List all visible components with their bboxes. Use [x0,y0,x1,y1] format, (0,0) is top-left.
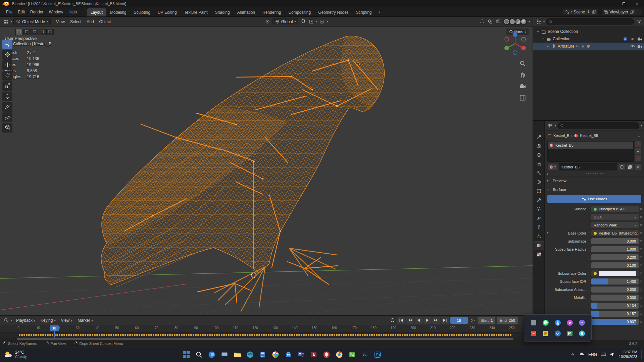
decorator-icon[interactable] [640,224,642,226]
prop-slider[interactable]: 0.157 [591,311,639,317]
tab-add-workspace[interactable]: + [376,8,383,16]
properties-tab-material[interactable] [534,242,544,250]
prop-slider[interactable]: 0.937 [591,319,639,325]
preview-section-header[interactable]: ▸ Preview [545,176,644,185]
material-slot[interactable]: Kestrel_B5 [548,142,633,149]
outliner-row-armature[interactable]: ▸Armature [533,43,644,50]
camera-icon[interactable] [637,44,642,48]
chrome-2-icon[interactable] [335,351,343,359]
scale-tool-button[interactable] [2,81,12,91]
surface-shader-dropdown[interactable]: Principled BSDF [591,206,639,212]
green-app-tray-icon[interactable] [566,330,574,337]
shading-wireframe-button[interactable] [504,19,509,24]
duplicate-viewlayer-icon[interactable] [630,10,634,14]
outliner-editor-icon[interactable] [535,18,542,25]
properties-tab-scene[interactable] [534,169,544,177]
remove-slot-button[interactable]: − [635,148,641,154]
calculator-icon[interactable] [259,351,267,359]
camera-view-icon[interactable] [519,83,526,91]
color-field[interactable] [591,270,639,276]
edge-round-icon[interactable] [208,351,216,359]
prop-slider[interactable]: 1.000 [591,246,639,252]
outliner-filter-icon[interactable] [635,18,642,25]
decorator-icon[interactable] [640,305,642,307]
jump-to-end-button[interactable] [441,317,449,324]
viewport-menu-view[interactable]: View [53,18,67,25]
discord-tray-icon[interactable] [578,319,586,326]
decorator-icon[interactable] [640,321,642,323]
keyframe-strip[interactable] [0,332,533,338]
terminal-icon[interactable] [361,351,369,359]
transform-tool-button[interactable] [2,92,12,101]
access-icon[interactable] [310,351,318,359]
store-icon[interactable] [284,351,292,359]
start-icon[interactable] [182,351,190,359]
new-material-button[interactable] [626,163,633,170]
tab-uv-editing[interactable]: UV Editing [154,8,181,16]
play-reverse-button[interactable] [415,317,423,324]
language-indicator[interactable]: ENG [588,352,597,357]
select-invert-button[interactable] [39,29,46,35]
speaker-icon[interactable] [610,352,615,358]
menu-file[interactable]: File [3,8,15,16]
outliner-row-scene-collection[interactable]: ▾Scene Collection [533,28,644,35]
chevron-right-icon[interactable]: ▸ [547,231,549,235]
drag-grip-icon[interactable] [585,173,604,174]
mode-dropdown[interactable]: Object Mode ▾ [13,18,51,25]
animate-dot-icon[interactable] [588,256,590,259]
timeline-editor-icon[interactable] [3,317,9,324]
camera-icon[interactable] [637,37,642,41]
tab-sculpting[interactable]: Sculpting [130,8,154,16]
start-frame-field[interactable]: Start 1 [478,317,496,324]
maximize-button[interactable] [617,0,631,7]
timeline-ruler[interactable]: 0102030405060708090100110120130140150160… [0,325,533,332]
current-frame-field[interactable]: 18 [450,317,468,324]
prop-slider[interactable]: 0.000 [591,238,639,244]
monitor-icon[interactable] [220,351,229,359]
keyboard-icon[interactable] [601,352,606,358]
snap-target-icon[interactable] [308,18,314,25]
shading-solid-button[interactable] [510,19,515,24]
properties-tab-world[interactable] [534,178,544,187]
browse-material-button[interactable]: ▾ [547,163,558,170]
shading-rendered-button[interactable] [521,19,526,24]
properties-tab-constraints[interactable] [534,223,544,232]
clock-widget[interactable]: 6:37 PM 10/29/2023 [619,350,637,359]
tab-shading[interactable]: Shading [211,8,234,16]
previous-keyframe-button[interactable] [406,317,414,324]
fake-user-button[interactable] [618,163,625,170]
pose-icon[interactable] [581,44,585,48]
surface-section-header[interactable]: ▾ Surface [545,185,644,194]
animate-dot-icon[interactable] [588,232,590,235]
decorator-icon[interactable] [640,232,642,234]
decorator-icon[interactable] [640,272,642,274]
onedrive-cloud-icon[interactable] [579,352,585,358]
select-intersect-button[interactable] [46,29,54,35]
animate-dot-icon[interactable] [588,248,590,251]
teams-icon[interactable] [297,351,305,359]
cursor-tool-button[interactable] [2,50,12,60]
move-tool-button[interactable] [2,60,12,70]
tab-texture-paint[interactable]: Texture Paint [181,8,211,16]
end-frame-field[interactable]: End 250 [497,317,518,324]
properties-tab-texture[interactable] [534,251,544,259]
add-cube-tool-button[interactable] [2,123,12,133]
timeline-menu-view[interactable]: View [58,317,75,324]
animate-dot-icon[interactable] [588,280,590,283]
transform-pivot-icon[interactable] [264,18,271,25]
properties-tab-particles[interactable] [534,205,544,214]
menu-window[interactable]: Window [46,8,66,16]
prop-slider[interactable]: 0.134 [591,303,639,309]
properties-tab-modifiers[interactable] [534,196,544,205]
proportional-editing-icon[interactable] [318,18,325,25]
disclosure-icon[interactable]: ▾ [536,30,540,33]
animate-dot-icon[interactable] [588,289,590,291]
viewport-menu-add[interactable]: Add [84,18,96,25]
decorator-icon[interactable] [640,256,642,258]
teal-app-tray-icon[interactable] [578,330,586,337]
viewlayer-selector[interactable]: ViewLayer [601,9,642,15]
navigation-gizmo[interactable] [502,31,528,57]
expander-icon[interactable]: ▸ [547,172,551,175]
child-icon[interactable] [576,44,580,48]
weather-widget[interactable]: 24°C Có mây [0,350,31,359]
